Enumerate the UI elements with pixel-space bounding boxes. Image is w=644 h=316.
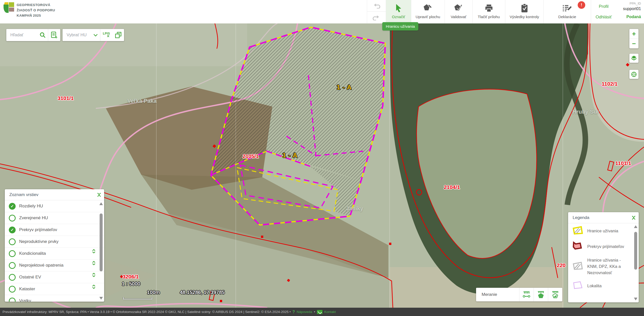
scroll-down-icon[interactable] bbox=[634, 298, 637, 300]
toolbar-label: Označiť bbox=[392, 15, 405, 19]
legend-label: Lokalita bbox=[587, 283, 602, 289]
toolbar-label: Deklarácie bbox=[558, 15, 576, 19]
parcel-label: 3101/1 bbox=[57, 95, 74, 101]
toolbar-button-check-results[interactable]: Výsledky kontroly bbox=[505, 0, 543, 23]
toolbar-button-select[interactable]: Označiť bbox=[386, 0, 411, 23]
contact-link[interactable]: Kontakt bbox=[324, 310, 336, 314]
layer-label: Neprojektové opatrenia bbox=[19, 263, 64, 268]
scrollbar-thumb[interactable] bbox=[634, 232, 637, 270]
measure-distance-button[interactable] bbox=[519, 288, 534, 301]
app-logo bbox=[4, 2, 14, 13]
basemap-layers-button[interactable] bbox=[629, 54, 638, 63]
layers-panel-title: Zoznam vrstiev bbox=[9, 192, 38, 197]
layers-scrollbar[interactable] bbox=[99, 201, 103, 301]
toolbar-button-print[interactable]: Tlačiť prílohu bbox=[472, 0, 505, 23]
legend-label: Hranice užívania - KNM, DPZ, KKa a Nezro… bbox=[587, 257, 629, 276]
collapse-panel-icon[interactable] bbox=[632, 215, 636, 220]
locate-icon bbox=[629, 70, 638, 79]
place-label: Janíky bbox=[346, 205, 363, 212]
parcel-label: 1102/1 bbox=[602, 81, 618, 87]
legend-panel-title: Legenda bbox=[573, 215, 589, 220]
place-label: Veľká Paka bbox=[127, 98, 157, 104]
user-id-label: PPA_ID bbox=[630, 2, 641, 5]
checkbox-unchecked-icon bbox=[9, 215, 16, 222]
reorder-layer-icon[interactable] bbox=[92, 273, 96, 277]
scale-distance: 100m bbox=[147, 290, 160, 295]
chevron-down-icon[interactable] bbox=[91, 29, 100, 41]
measure-partial-area-button[interactable] bbox=[548, 288, 562, 301]
parcel-label: 220 bbox=[557, 262, 566, 268]
lpis-toggle-button[interactable]: LPIS ✕ bbox=[100, 29, 112, 41]
layer-row[interactable]: Neprojektové opatrenia bbox=[5, 260, 104, 271]
layer-row[interactable]: ✓Rozdiely HU bbox=[5, 200, 104, 212]
zoom-in-button[interactable]: + bbox=[629, 29, 638, 39]
application-status-badge: Podaná bbox=[626, 15, 641, 19]
layer-row[interactable]: Kataster bbox=[5, 283, 104, 295]
parcel-label: 2105/1 bbox=[243, 153, 259, 159]
toolbar-button-validate[interactable]: Validovať bbox=[445, 0, 472, 23]
cursor-coordinates: 48.15286, 17.39785 bbox=[180, 290, 225, 295]
checkbox-unchecked-icon bbox=[9, 274, 16, 281]
search-box bbox=[6, 29, 60, 41]
checkbox-unchecked-icon bbox=[9, 286, 16, 293]
layer-row[interactable]: ✓Prekryv prijímateľov bbox=[5, 224, 104, 236]
map-canvas[interactable]: 3101/1 Veľká Paka 1 - A 2105/1 1 - A Jan… bbox=[0, 23, 644, 308]
layers-icon bbox=[629, 54, 638, 63]
layer-label: Zverejnené HU bbox=[19, 215, 48, 220]
gsaa-application: 3101/1 Veľká Paka 1 - A 2105/1 1 - A Jan… bbox=[0, 0, 644, 316]
red-fill-swatch-icon bbox=[572, 241, 583, 252]
zoom-out-button[interactable]: − bbox=[629, 39, 638, 48]
zoom-control: + − bbox=[629, 29, 638, 48]
add-parcel-form-icon[interactable] bbox=[48, 29, 60, 41]
reorder-layer-icon[interactable] bbox=[92, 261, 96, 265]
reorder-layer-icon[interactable] bbox=[92, 285, 96, 289]
scroll-up-icon[interactable] bbox=[634, 225, 637, 228]
scrollbar-thumb[interactable] bbox=[100, 213, 103, 271]
layer-row[interactable]: Kondicionalita bbox=[5, 248, 104, 260]
checkbox-checked-icon: ✓ bbox=[9, 203, 16, 210]
locate-button[interactable] bbox=[629, 70, 638, 79]
select-hu-dropdown[interactable]: Vybrať HU bbox=[63, 33, 91, 38]
layer-row[interactable]: Zverejnené HU bbox=[5, 212, 104, 224]
parcel-label: 1101/1 bbox=[615, 160, 631, 166]
toolbar-label: Výsledky kontroly bbox=[510, 15, 539, 19]
checkbox-unchecked-icon bbox=[9, 238, 16, 245]
scale-ratio: 1 : 5000 bbox=[122, 281, 140, 287]
layer-label: Ostatné EV bbox=[19, 275, 41, 280]
reorder-layer-icon[interactable] bbox=[92, 249, 96, 253]
cursor-arrow-icon bbox=[394, 3, 403, 14]
toolbar-label: Validovať bbox=[451, 15, 466, 19]
layer-row[interactable]: Ostatné EV bbox=[5, 271, 104, 283]
legend-item: Hranice užívania - KNM, DPZ, KKa a Nezro… bbox=[568, 255, 639, 278]
toolbar-label: Tlačiť prílohu bbox=[478, 15, 500, 19]
printer-icon bbox=[484, 3, 493, 14]
measure-panel-title: Meranie bbox=[476, 292, 519, 297]
toolbar-button-edit-area[interactable]: Upraviť plochu bbox=[411, 0, 445, 23]
measure-panel: Meranie bbox=[476, 288, 562, 301]
legend-scrollbar[interactable] bbox=[634, 224, 638, 301]
layer-row[interactable]: Vratky bbox=[5, 295, 104, 302]
app-header: GEOPRIESTOROVÁ ŽIADOSŤ O PODPORU KAMPAŇ … bbox=[0, 0, 644, 23]
checkbox-unchecked-icon bbox=[9, 262, 16, 269]
collapse-panel-icon[interactable] bbox=[97, 193, 101, 197]
scroll-down-icon[interactable] bbox=[99, 297, 103, 300]
layer-row[interactable]: Neproduktívne prvky bbox=[5, 236, 104, 248]
layer-label: Neproduktívne prvky bbox=[19, 239, 58, 244]
logout-link[interactable]: Odhlásiť bbox=[591, 15, 616, 20]
measure-area-button[interactable] bbox=[534, 288, 548, 301]
search-icon[interactable] bbox=[37, 29, 48, 41]
layer-label: Rozdiely HU bbox=[19, 204, 43, 209]
redo-button[interactable] bbox=[367, 12, 386, 23]
status-bar: Prevádzkovateľ infraštruktúry: MPRV SR, … bbox=[0, 308, 644, 316]
toolbar-button-declarations[interactable]: Deklarácie ! bbox=[543, 0, 591, 23]
separator: • bbox=[314, 310, 315, 314]
profile-link[interactable]: Profil bbox=[591, 4, 616, 9]
swap-layers-icon[interactable] bbox=[112, 29, 124, 41]
yellow-hatch-swatch-icon bbox=[572, 226, 583, 236]
legend-item: Hranice užívania bbox=[568, 223, 639, 238]
scroll-up-icon[interactable] bbox=[99, 202, 103, 205]
edit-polygon-icon bbox=[423, 3, 433, 14]
search-input[interactable] bbox=[6, 33, 37, 38]
help-link[interactable]: Nápoveda bbox=[297, 310, 312, 314]
undo-button[interactable] bbox=[367, 0, 386, 12]
